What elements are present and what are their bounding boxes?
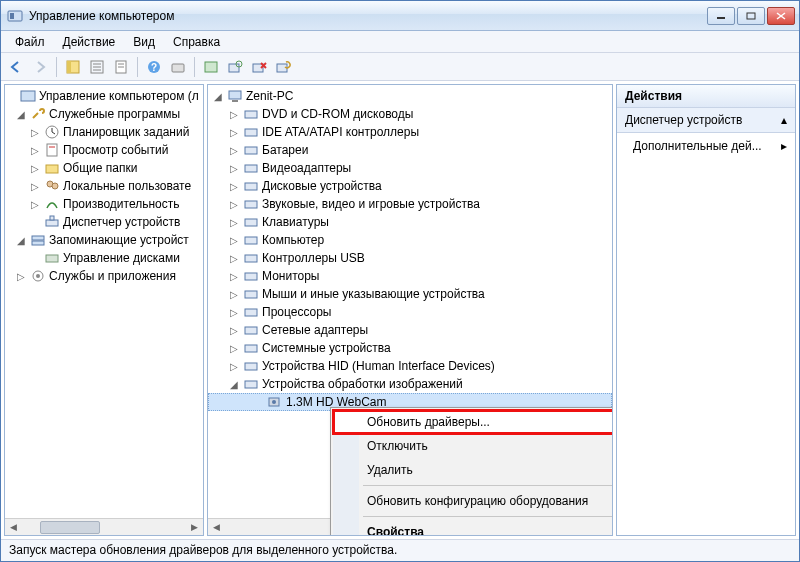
- menu-action[interactable]: Действие: [55, 33, 124, 51]
- menu-view[interactable]: Вид: [125, 33, 163, 51]
- actions-more[interactable]: Дополнительные дей... ▸: [617, 133, 795, 159]
- expand-icon[interactable]: ▷: [15, 271, 27, 282]
- expand-icon[interactable]: ▷: [228, 307, 240, 318]
- expand-icon[interactable]: ▷: [29, 127, 41, 138]
- uninstall-button[interactable]: [248, 56, 270, 78]
- storage-icon: [30, 232, 46, 248]
- menu-file[interactable]: Файл: [7, 33, 53, 51]
- device-category[interactable]: ▷IDE ATA/ATAPI контроллеры: [208, 123, 612, 141]
- svg-rect-1: [10, 13, 14, 19]
- svg-rect-25: [21, 91, 35, 101]
- expand-icon[interactable]: ▷: [29, 181, 41, 192]
- expand-icon[interactable]: ▷: [228, 325, 240, 336]
- device-category-icon: [243, 268, 259, 284]
- context-menu: Обновить драйверы... Отключить Удалить О…: [330, 407, 613, 536]
- scroll-thumb[interactable]: [40, 521, 100, 534]
- device-category[interactable]: ◢Устройства обработки изображений: [208, 375, 612, 393]
- nav-back-button[interactable]: [5, 56, 27, 78]
- expand-icon[interactable]: ▷: [228, 343, 240, 354]
- expand-icon[interactable]: ▷: [228, 127, 240, 138]
- device-category[interactable]: ▷Звуковые, видео и игровые устройства: [208, 195, 612, 213]
- titlebar: Управление компьютером: [1, 1, 799, 31]
- tree-item[interactable]: Производительность: [63, 197, 179, 211]
- tree-root[interactable]: Управление компьютером (л: [39, 89, 199, 103]
- tree-group[interactable]: Служебные программы: [49, 107, 180, 121]
- ctx-disable[interactable]: Отключить: [333, 434, 613, 458]
- ctx-refresh-config[interactable]: Обновить конфигурацию оборудования: [333, 489, 613, 513]
- toolbar-btn[interactable]: [200, 56, 222, 78]
- tree-item[interactable]: Планировщик заданий: [63, 125, 189, 139]
- status-text: Запуск мастера обновления драйверов для …: [9, 543, 397, 557]
- expand-icon[interactable]: ▷: [29, 163, 41, 174]
- expand-icon[interactable]: ▷: [228, 271, 240, 282]
- device-category[interactable]: ▷Мыши и иные указывающие устройства: [208, 285, 612, 303]
- nav-forward-button[interactable]: [29, 56, 51, 78]
- expand-icon[interactable]: ▷: [228, 253, 240, 264]
- scroll-left-arrow[interactable]: ◀: [208, 519, 225, 536]
- svg-rect-35: [50, 216, 54, 220]
- device-category[interactable]: ▷Компьютер: [208, 231, 612, 249]
- tree-item[interactable]: Локальные пользовате: [63, 179, 191, 193]
- computer-icon: [227, 88, 243, 104]
- expand-icon[interactable]: ▷: [228, 145, 240, 156]
- console-tree[interactable]: Управление компьютером (л ◢Служебные про…: [5, 85, 203, 518]
- menubar: Файл Действие Вид Справка: [1, 31, 799, 53]
- ctx-update-drivers[interactable]: Обновить драйверы...: [333, 410, 613, 434]
- show-hide-tree-button[interactable]: [62, 56, 84, 78]
- properties-button[interactable]: [86, 56, 108, 78]
- device-category[interactable]: ▷Мониторы: [208, 267, 612, 285]
- device-category[interactable]: ▷Процессоры: [208, 303, 612, 321]
- svg-rect-58: [245, 381, 257, 388]
- actions-section[interactable]: Диспетчер устройств ▴: [617, 108, 795, 133]
- device-category[interactable]: ▷Клавиатуры: [208, 213, 612, 231]
- tree-group[interactable]: Службы и приложения: [49, 269, 176, 283]
- expand-icon[interactable]: ▷: [228, 109, 240, 120]
- expand-icon[interactable]: ▷: [228, 235, 240, 246]
- scan-hardware-button[interactable]: [224, 56, 246, 78]
- expand-icon[interactable]: ▷: [228, 199, 240, 210]
- ctx-delete[interactable]: Удалить: [333, 458, 613, 482]
- toolbar-btn[interactable]: [167, 56, 189, 78]
- menu-help[interactable]: Справка: [165, 33, 228, 51]
- toolbar-btn[interactable]: [272, 56, 294, 78]
- toolbar: ?: [1, 53, 799, 81]
- scroll-left-arrow[interactable]: ◀: [5, 519, 22, 536]
- tree-root[interactable]: Zenit-PC: [246, 89, 293, 103]
- device-category[interactable]: ▷DVD и CD-ROM дисководы: [208, 105, 612, 123]
- expand-icon[interactable]: ▷: [29, 145, 41, 156]
- device-category[interactable]: ▷Батареи: [208, 141, 612, 159]
- tree-group[interactable]: Запоминающие устройст: [49, 233, 189, 247]
- expand-icon[interactable]: ▷: [29, 199, 41, 210]
- tree-item[interactable]: Просмотр событий: [63, 143, 168, 157]
- tree-item[interactable]: Управление дисками: [63, 251, 180, 265]
- tree-item[interactable]: Диспетчер устройств: [63, 215, 180, 229]
- export-list-button[interactable]: [110, 56, 132, 78]
- device-category[interactable]: ▷Контроллеры USB: [208, 249, 612, 267]
- collapse-icon[interactable]: ◢: [212, 91, 224, 102]
- expand-icon[interactable]: ▷: [228, 163, 240, 174]
- device-category[interactable]: ▷Устройства HID (Human Interface Devices…: [208, 357, 612, 375]
- svg-rect-56: [245, 345, 257, 352]
- scroll-right-arrow[interactable]: ▶: [186, 519, 203, 536]
- collapse-icon[interactable]: ◢: [228, 379, 240, 390]
- close-button[interactable]: [767, 7, 795, 25]
- expand-icon[interactable]: ▷: [228, 289, 240, 300]
- ctx-properties[interactable]: Свойства: [333, 520, 613, 536]
- help-button[interactable]: ?: [143, 56, 165, 78]
- device-category-icon: [243, 322, 259, 338]
- tree-item[interactable]: Общие папки: [63, 161, 137, 175]
- device-category[interactable]: ▷Видеоадаптеры: [208, 159, 612, 177]
- svg-rect-48: [245, 201, 257, 208]
- maximize-button[interactable]: [737, 7, 765, 25]
- device-category-icon: [243, 232, 259, 248]
- collapse-icon[interactable]: ◢: [15, 235, 27, 246]
- device-category[interactable]: ▷Дисковые устройства: [208, 177, 612, 195]
- device-category[interactable]: ▷Сетевые адаптеры: [208, 321, 612, 339]
- collapse-icon[interactable]: ◢: [15, 109, 27, 120]
- device-category[interactable]: ▷Системные устройства: [208, 339, 612, 357]
- expand-icon[interactable]: ▷: [228, 217, 240, 228]
- horizontal-scrollbar[interactable]: ◀ ▶: [5, 518, 203, 535]
- expand-icon[interactable]: ▷: [228, 181, 240, 192]
- expand-icon[interactable]: ▷: [228, 361, 240, 372]
- minimize-button[interactable]: [707, 7, 735, 25]
